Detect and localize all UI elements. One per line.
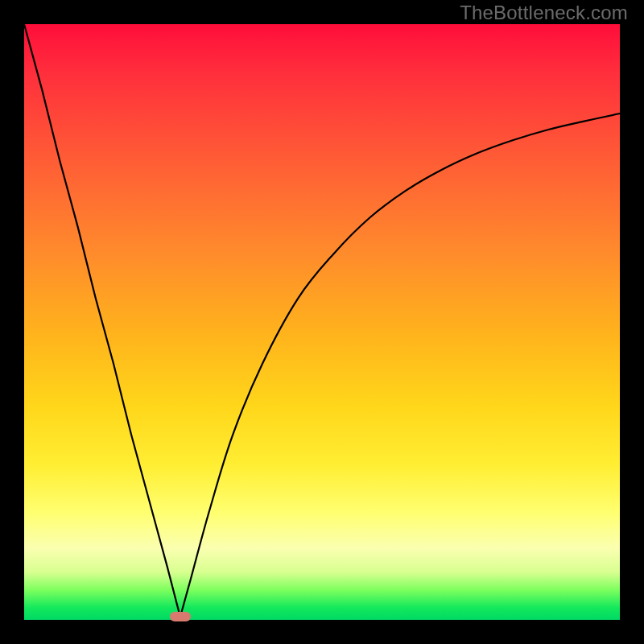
curve-path <box>24 24 620 620</box>
minimum-marker <box>170 612 191 621</box>
bottleneck-curve <box>24 24 620 620</box>
chart-frame: TheBottleneck.com <box>0 0 644 644</box>
watermark-text: TheBottleneck.com <box>460 2 628 24</box>
plot-area <box>24 24 620 620</box>
